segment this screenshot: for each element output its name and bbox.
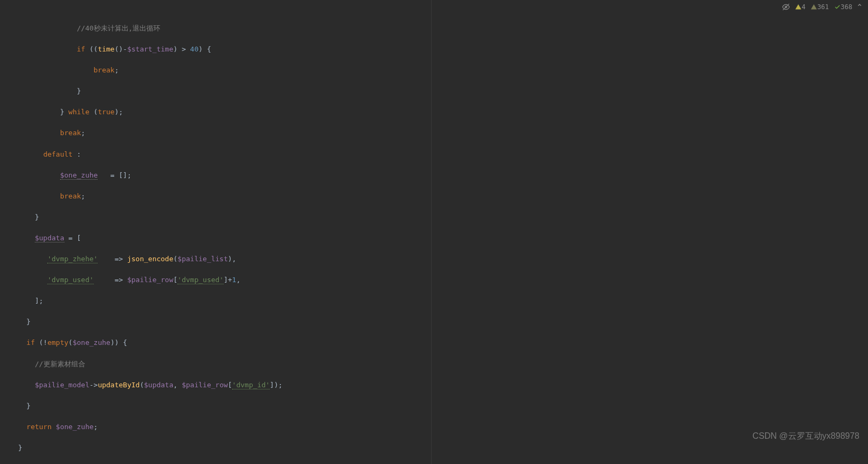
code-line[interactable]: } — [10, 86, 868, 97]
warning-count: 361 — [817, 2, 829, 12]
warning-count: 4 — [802, 2, 805, 12]
code-line[interactable]: //更新素材组合 — [10, 359, 868, 370]
code-line[interactable]: break; — [10, 65, 868, 76]
code-line[interactable]: default : — [10, 149, 868, 160]
code-line[interactable]: if (!empty($one_zuhe)) { — [10, 337, 868, 348]
code-area[interactable]: //40秒未计算出,退出循环 if ((time()-$start_time) … — [6, 0, 868, 464]
code-line[interactable]: $pailie_model->updateById($updata, $pail… — [10, 380, 868, 391]
warning-icon[interactable]: 4 — [795, 2, 805, 12]
watermark: CSDN @云罗互动yx898978 — [753, 430, 859, 443]
code-line[interactable]: break; — [10, 191, 868, 202]
code-line[interactable]: return $one_zuhe; — [10, 422, 868, 432]
comment: //更新素材组合 — [35, 360, 85, 368]
code-line[interactable]: 'dvmp_zhehe' => json_encode($pailie_list… — [10, 254, 868, 264]
code-line[interactable]: break; — [10, 128, 868, 138]
code-line[interactable]: ]; — [10, 296, 868, 306]
code-line[interactable]: if ((time()-$start_time) > 40) { — [10, 44, 868, 55]
chevron-up-icon[interactable]: ^ — [858, 2, 862, 12]
check-icon[interactable]: 368 — [834, 2, 852, 12]
inspections-bar[interactable]: 4 361 368 ^ — [782, 2, 862, 12]
code-line[interactable]: } — [10, 443, 868, 453]
warning-icon[interactable]: 361 — [811, 2, 829, 12]
ruler — [431, 0, 432, 464]
code-line[interactable]: } — [10, 316, 868, 327]
code-line[interactable]: $one_zuhe = []; — [10, 170, 868, 181]
code-line[interactable]: 'dvmp_used' => $pailie_row['dvmp_used']+… — [10, 275, 868, 285]
editor-container: //40秒未计算出,退出循环 if ((time()-$start_time) … — [0, 0, 868, 464]
eye-off-icon[interactable] — [782, 3, 790, 11]
comment: //40秒未计算出,退出循环 — [77, 24, 160, 32]
code-line[interactable]: } — [10, 401, 868, 411]
gutter — [0, 0, 6, 464]
code-line[interactable]: $updata = [ — [10, 233, 868, 244]
code-line[interactable]: } — [10, 212, 868, 223]
code-line[interactable]: } while (true); — [10, 107, 868, 117]
passed-count: 368 — [841, 2, 852, 12]
code-line[interactable]: //40秒未计算出,退出循环 — [10, 23, 868, 34]
